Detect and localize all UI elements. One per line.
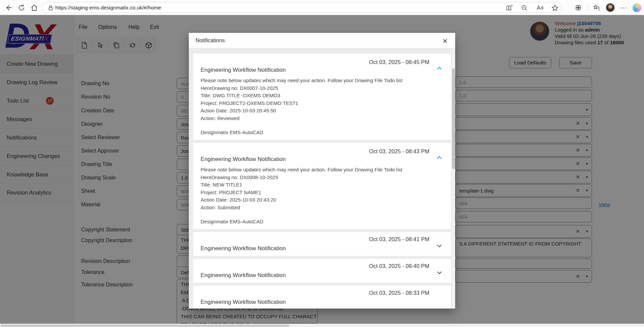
modal-title: Notifications [196,38,225,44]
back-icon[interactable] [4,3,13,12]
close-icon[interactable]: ✕ [440,36,450,46]
notification-title: Engineering Workflow Notification [201,299,443,306]
notification-title: Engineering Workflow Notification [201,156,443,163]
horizontal-scrollbar-thumb[interactable] [1,325,289,327]
notification-body: Please note below updates which may need… [201,77,443,122]
notification-body: Please note below updates which may need… [201,166,443,211]
split-screen-icon[interactable] [506,4,513,11]
notification-date: Oct 03, 2025 - 08:33 PM [201,290,443,296]
modal-scrollbar[interactable] [452,48,455,309]
collections-icon[interactable] [593,4,600,11]
notification-date: Oct 03, 2025 - 08:40 PM [201,263,443,269]
zoom-out-icon[interactable] [521,4,528,11]
chevron-up-icon[interactable] [436,154,443,161]
notification-card: Oct 03, 2025 - 08:45 PM Engineering Work… [193,54,451,140]
home-icon[interactable] [30,3,39,12]
notification-card: Oct 03, 2025 - 08:41 PM Engineering Work… [193,232,451,256]
url-text[interactable]: https://staging-ems.designmatix.co.uk/#/… [55,5,161,11]
notification-list: Oct 03, 2025 - 08:45 PM Engineering Work… [189,48,455,309]
refresh-icon[interactable] [17,3,26,12]
notification-footer: Designmatix EMS-AutoCAD [201,129,443,135]
read-aloud-icon[interactable] [536,4,543,11]
notification-title: Engineering Workflow Notification [201,245,443,252]
notification-date: Oct 03, 2025 - 08:45 PM [201,59,443,65]
extensions-icon[interactable] [575,4,582,11]
screen: https://staging-ems.designmatix.co.uk/#/… [0,0,644,327]
notification-title: Engineering Workflow Notification [201,272,443,279]
notification-date: Oct 03, 2025 - 08:43 PM [201,148,443,155]
browser-menu-icon[interactable]: ⋯ [620,4,627,12]
lock-icon[interactable] [46,3,55,12]
notification-card: Oct 03, 2025 - 08:43 PM Engineering Work… [193,143,451,229]
chevron-down-icon[interactable] [436,269,443,276]
browser-profile-avatar[interactable] [606,3,615,12]
chevron-down-icon[interactable] [436,242,443,249]
address-bar[interactable]: https://staging-ems.designmatix.co.uk/#/… [42,2,562,13]
favorite-star-icon[interactable] [551,4,558,11]
notifications-modal: Notifications ✕ Oct 03, 2025 - 08:45 PM … [189,33,455,309]
browser-toolbar: https://staging-ems.designmatix.co.uk/#/… [0,0,644,15]
modal-header: Notifications ✕ [189,33,455,48]
notification-footer: Designmatix EMS-AutoCAD [201,219,443,224]
chevron-up-icon[interactable] [436,65,443,72]
modal-scrollbar-thumb[interactable] [452,68,455,169]
notification-date: Oct 03, 2025 - 08:41 PM [201,236,443,242]
notification-card: Oct 03, 2025 - 08:33 PM Engineering Work… [193,286,451,309]
notification-card: Oct 03, 2025 - 08:40 PM Engineering Work… [193,259,451,283]
copilot-icon[interactable] [633,3,641,12]
horizontal-scrollbar[interactable] [0,324,644,327]
toolbar-divider [587,4,588,11]
notification-title: Engineering Workflow Notification [201,67,443,73]
